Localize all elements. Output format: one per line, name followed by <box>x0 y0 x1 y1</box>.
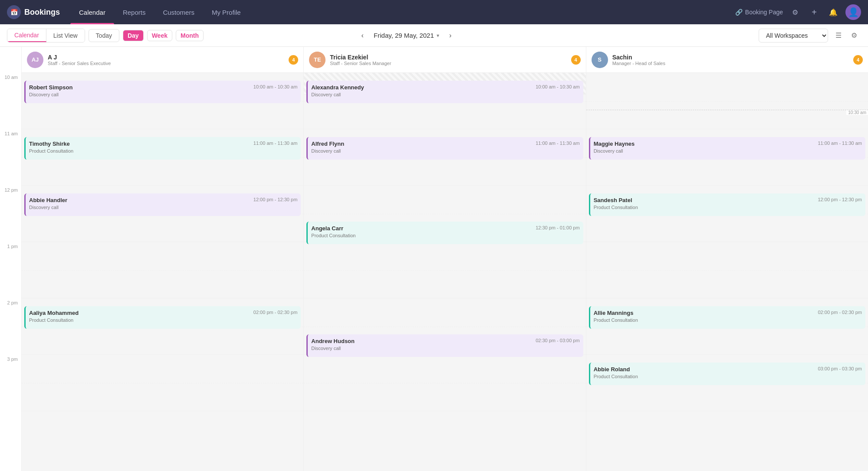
day-button[interactable]: Day <box>123 30 144 41</box>
today-button[interactable]: Today <box>89 29 119 42</box>
staff-body-tricia[interactable]: Alexandra Kennedy Discovery call 10:00 a… <box>304 73 585 471</box>
hour-row-1-tricia <box>304 242 585 298</box>
nav-links: Calendar Reports Customers My Profile <box>70 0 732 24</box>
time-10am: 10 am <box>0 73 21 129</box>
calendar-tab[interactable]: Calendar <box>7 29 46 42</box>
time-column: 10 am 11 am 12 pm 1 pm 2 pm 3 pm <box>0 47 22 471</box>
event-abbie-roland[interactable]: Abbie Roland Product Consultation 03:00 … <box>589 363 865 385</box>
staff-role-sachin: Manager - Head of Sales <box>612 61 849 66</box>
gear-icon: ⚙ <box>792 8 798 16</box>
staff-badge-aj: 4 <box>289 55 298 65</box>
prev-day-button[interactable]: ‹ <box>356 29 368 42</box>
staff-badge-sachin: 4 <box>853 55 863 65</box>
calendar-toolbar: Calendar List View Today Day Week Month … <box>0 24 868 47</box>
staff-info-tricia: Tricia Ezekiel Staff - Senior Sales Mana… <box>330 54 566 66</box>
calendar-grid: AJ A J Staff - Senior Sales Executive 4 … <box>22 47 868 471</box>
add-button[interactable]: + <box>807 5 821 19</box>
notifications-button[interactable]: 🔔 <box>826 5 840 19</box>
staff-column-tricia: TE Tricia Ezekiel Staff - Senior Sales M… <box>304 47 586 471</box>
event-aaliya-mohammed[interactable]: Aaliya Mohammed Product Consultation 02:… <box>24 306 301 329</box>
list-view-icon[interactable]: ☰ <box>832 29 845 43</box>
staff-name-aj: A J <box>48 54 284 61</box>
nav-calendar[interactable]: Calendar <box>70 0 114 24</box>
time-3pm: 3 pm <box>0 355 21 411</box>
event-alexandra-kennedy[interactable]: Alexandra Kennedy Discovery call 10:00 a… <box>306 81 583 103</box>
staff-body-aj[interactable]: Robert Simpson Discovery call 10:00 am -… <box>22 73 303 471</box>
nav-myprofile[interactable]: My Profile <box>203 0 250 24</box>
staff-role-aj: Staff - Senior Sales Executive <box>48 61 284 66</box>
event-alfred-flynn[interactable]: Alfred Flynn Discovery call 11:00 am - 1… <box>306 137 583 160</box>
bell-icon: 🔔 <box>829 8 838 16</box>
time-11am: 11 am <box>0 129 21 186</box>
date-navigation: ‹ Friday, 29 May, 2021 ▾ › <box>356 29 457 42</box>
settings-button[interactable]: ⚙ <box>788 5 802 19</box>
hour-row-10-sachin <box>586 73 868 129</box>
staff-body-sachin[interactable]: 10:30 am Maggie Haynes Discovery call 11… <box>586 73 868 471</box>
next-day-button[interactable]: › <box>444 29 457 42</box>
month-button[interactable]: Month <box>176 30 204 41</box>
date-dropdown-icon: ▾ <box>437 33 439 39</box>
staff-avatar-aj: AJ <box>27 52 43 68</box>
event-maggie-haynes[interactable]: Maggie Haynes Discovery call 11:00 am - … <box>589 137 865 160</box>
toolbar-icon-group: ☰ ⚙ <box>832 29 861 43</box>
settings-view-icon[interactable]: ⚙ <box>847 29 861 43</box>
staff-avatar-tricia: TE <box>309 52 326 68</box>
week-button[interactable]: Week <box>147 30 172 41</box>
staff-info-sachin: Sachin Manager - Head of Sales <box>612 54 849 66</box>
event-andrew-hudson[interactable]: Andrew Hudson Discovery call 02:30 pm - … <box>306 334 583 357</box>
event-robert-simpson[interactable]: Robert Simpson Discovery call 10:00 am -… <box>24 81 301 103</box>
avatar-image: 👤 <box>848 7 859 17</box>
app-logo[interactable]: 📅 Bookings <box>7 5 60 19</box>
current-date[interactable]: Friday, 29 May, 2021 ▾ <box>374 32 439 39</box>
time-2pm: 2 pm <box>0 298 21 355</box>
staff-header-aj: AJ A J Staff - Senior Sales Executive 4 <box>22 47 303 73</box>
workspace-selector[interactable]: All Workspaces <box>759 29 828 43</box>
nav-right-section: 🔗 Booking Page ⚙ + 🔔 👤 <box>735 4 861 20</box>
app-name: Bookings <box>24 8 60 17</box>
staff-header-tricia: TE Tricia Ezekiel Staff - Senior Sales M… <box>304 47 585 73</box>
event-timothy-shirke[interactable]: Timothy Shirke Product Consultation 11:0… <box>24 137 301 160</box>
staff-column-sachin: S Sachin Manager - Head of Sales 4 10:30… <box>586 47 868 471</box>
view-tabs: Calendar List View <box>7 29 85 43</box>
staff-header-sachin: S Sachin Manager - Head of Sales 4 <box>586 47 868 73</box>
nav-reports[interactable]: Reports <box>114 0 155 24</box>
hour-row-1 <box>22 242 303 298</box>
booking-page-label: Booking Page <box>745 9 783 16</box>
calendar-body: 10 am 11 am 12 pm 1 pm 2 pm 3 pm AJ A J … <box>0 47 868 471</box>
hour-row-1-sachin <box>586 242 868 298</box>
staff-info-aj: A J Staff - Senior Sales Executive <box>48 54 284 66</box>
event-angela-carr[interactable]: Angela Carr Product Consultation 12:30 p… <box>306 222 583 244</box>
staff-role-tricia: Staff - Senior Sales Manager <box>330 61 566 66</box>
booking-page-link[interactable]: 🔗 Booking Page <box>735 9 783 16</box>
staff-name-sachin: Sachin <box>612 54 849 61</box>
hour-row-3 <box>22 355 303 411</box>
plus-icon: + <box>812 7 817 17</box>
staff-column-aj: AJ A J Staff - Senior Sales Executive 4 … <box>22 47 304 471</box>
hour-row-3-tricia <box>304 355 585 411</box>
time-12pm: 12 pm <box>0 186 21 242</box>
top-navigation: 📅 Bookings Calendar Reports Customers My… <box>0 0 868 24</box>
staff-avatar-sachin: S <box>592 52 608 68</box>
staff-badge-tricia: 4 <box>571 55 581 65</box>
logo-icon: 📅 <box>7 5 21 19</box>
time-marker-1030: 10:30 am <box>586 110 868 115</box>
event-allie-mannings[interactable]: Allie Mannings Product Consultation 02:0… <box>589 306 865 329</box>
event-abbie-handler[interactable]: Abbie Handler Discovery call 12:00 pm - … <box>24 193 301 216</box>
user-avatar[interactable]: 👤 <box>845 4 861 20</box>
event-sandesh-patel[interactable]: Sandesh Patel Product Consultation 12:00… <box>589 193 865 216</box>
time-1pm: 1 pm <box>0 242 21 298</box>
staff-name-tricia: Tricia Ezekiel <box>330 54 566 61</box>
list-view-tab[interactable]: List View <box>46 29 85 42</box>
nav-customers[interactable]: Customers <box>154 0 203 24</box>
booking-page-icon: 🔗 <box>735 9 743 16</box>
